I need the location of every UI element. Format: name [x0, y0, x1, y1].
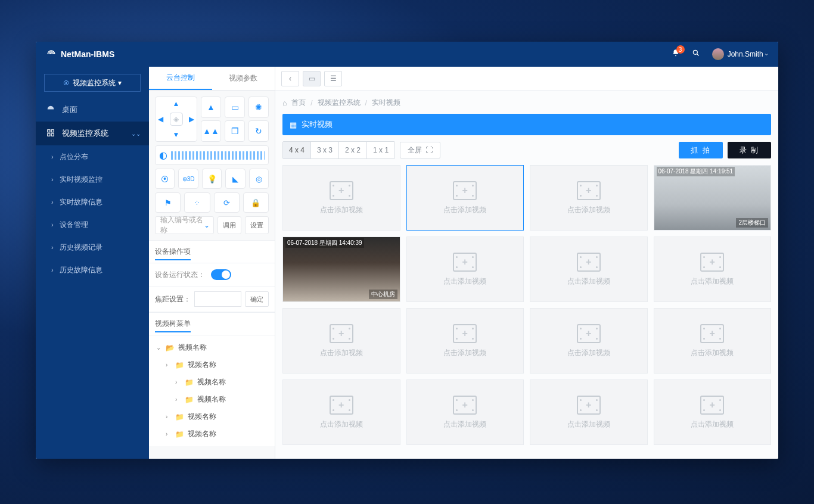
sidebar-sub-history-video[interactable]: 历史视频记录 [36, 236, 149, 259]
layout-1x1-button[interactable]: 1 x 1 [367, 142, 394, 158]
tree-section-title: 视频树菜单 [149, 312, 275, 335]
capture-button[interactable]: 抓 拍 [679, 142, 722, 158]
slider-track [171, 151, 265, 160]
focus-input[interactable] [194, 291, 241, 307]
video-slot[interactable]: +点击添加视频 [282, 165, 400, 231]
focus-confirm-button[interactable]: 确定 [245, 291, 269, 307]
screen-single-button[interactable]: ▭ [225, 97, 245, 118]
video-slot[interactable]: +点击添加视频 [654, 308, 772, 374]
video-slot[interactable]: +点击添加视频 [654, 237, 772, 302]
ptz-right[interactable]: ▶ [189, 115, 194, 123]
chevron-right-icon: › [166, 431, 172, 437]
video-feed[interactable]: 06-07-2018 星期四 14:40:39中心机房 [282, 237, 400, 302]
video-slot[interactable]: +点击添加视频 [282, 308, 400, 374]
patrol-button[interactable]: ⁘ [184, 192, 210, 213]
layout-3x3-button[interactable]: 3 x 3 [311, 142, 339, 158]
tree-node[interactable]: ⌄📂视频名称 [149, 339, 275, 356]
main-area: ‹ ▭ ☰ ⌂ 首页 / 视频监控系统 / 实时视频 ▦ 实时视频 [275, 67, 778, 459]
preset-set-button[interactable]: 设置 [245, 216, 269, 234]
iris-open-button[interactable]: ✺ [248, 97, 269, 118]
back-button[interactable]: ‹ [281, 71, 299, 86]
ptz-dpad: ▲ ▼ ◀ ▶ ◈ [155, 97, 197, 142]
svg-rect-3 [48, 133, 50, 136]
search-button[interactable] [692, 49, 700, 60]
video-slot[interactable]: +点击添加视频 [530, 379, 648, 445]
expand-icon: ⛶ [425, 146, 433, 154]
preset-select[interactable]: 输入编号或名称 [155, 216, 214, 234]
tree-node[interactable]: ›📁视频名称 [149, 408, 275, 425]
chevron-down-icon: ⌄⌄ [131, 130, 141, 137]
system-selector[interactable]: 视频监控系统 ▾ [44, 74, 141, 92]
sidebar-item-desktop[interactable]: 桌面 [36, 98, 149, 122]
breadcrumb-home[interactable]: 首页 [291, 98, 306, 108]
focus-button[interactable]: ⦿ [155, 169, 175, 189]
sidebar-sub-history-faults[interactable]: 历史故障信息 [36, 259, 149, 281]
sidebar-sub-realtime[interactable]: 实时视频监控 [36, 168, 149, 191]
breadcrumb-system[interactable]: 视频监控系统 [318, 98, 361, 108]
layout-2x2-button[interactable]: 2 x 2 [339, 142, 367, 158]
control-panel: 云台控制 视频参数 ▲ ▼ ◀ ▶ ◈ ▲ ▲▲ [149, 67, 275, 459]
tab-video-params[interactable]: 视频参数 [212, 67, 275, 90]
list-icon: ☰ [330, 74, 337, 83]
tree-node[interactable]: ›📁视频名称 [149, 391, 275, 408]
zoom-in-button[interactable]: ▲ [201, 97, 221, 118]
iris-close-button[interactable]: ↻ [248, 120, 269, 142]
tree-node[interactable]: ›📁视频名称 [149, 425, 275, 443]
video-slot[interactable]: +点击添加视频 [282, 379, 400, 445]
sidebar-sub-points[interactable]: 点位分布 [36, 145, 149, 168]
flag-button[interactable]: ⚑ [155, 192, 181, 213]
video-slot[interactable]: +点击添加视频 [530, 308, 648, 374]
video-slot[interactable]: +点击添加视频 [654, 379, 772, 445]
ptz-down[interactable]: ▼ [173, 130, 180, 139]
sidebar-sub-devices[interactable]: 设备管理 [36, 213, 149, 236]
tree-node[interactable]: ›📁视频名称 [149, 374, 275, 391]
view-list-button[interactable]: ☰ [324, 71, 342, 86]
wiper-button[interactable]: ◣ [225, 169, 245, 189]
speed-slider[interactable]: ◐ [155, 145, 269, 165]
chevron-right-icon: › [175, 396, 181, 403]
screen-multi-button[interactable]: ❐ [225, 120, 245, 142]
ptz-left[interactable]: ◀ [158, 115, 163, 123]
dashboard-icon [46, 105, 55, 115]
layout-4x4-button[interactable]: 4 x 4 [283, 142, 311, 158]
refresh-button[interactable]: ⟳ [214, 192, 240, 213]
video-slot[interactable]: +点击添加视频 [530, 237, 648, 302]
tree-node[interactable]: ›📁视频名称 [149, 356, 275, 374]
chevron-down-icon: ⌄ [156, 344, 162, 351]
light-button[interactable]: 💡 [202, 169, 222, 189]
video-feed[interactable]: 06-07-2018 星期四 14:19:512层楼梯口 [654, 165, 772, 231]
folder-open-icon: 📂 [166, 344, 175, 352]
ptz-home[interactable]: ◈ [170, 113, 183, 126]
ptz-up[interactable]: ▲ [173, 99, 180, 108]
svg-rect-1 [48, 129, 50, 132]
zoom-3d-button[interactable]: ⊕3D [178, 169, 198, 189]
grid-icon [46, 129, 55, 139]
svg-point-0 [693, 50, 697, 54]
video-slot[interactable]: +点击添加视频 [406, 165, 524, 231]
notifications-button[interactable]: 3 [672, 49, 680, 60]
video-slot[interactable]: +点击添加视频 [406, 379, 524, 445]
video-slot[interactable]: +点击添加视频 [406, 237, 524, 302]
target-button[interactable]: ◎ [249, 169, 269, 189]
breadcrumb: ⌂ 首页 / 视频监控系统 / 实时视频 [282, 98, 771, 108]
fullscreen-button[interactable]: 全屏 ⛶ [400, 142, 440, 158]
zoom-out-button[interactable]: ▲▲ [201, 120, 221, 142]
folder-icon: 📁 [175, 413, 184, 421]
home-icon[interactable]: ⌂ [282, 99, 287, 107]
user-menu[interactable]: John.Smith [712, 48, 768, 60]
tab-ptz-control[interactable]: 云台控制 [149, 67, 212, 90]
grid-icon: ▦ [290, 120, 297, 129]
preset-call-button[interactable]: 调用 [218, 216, 241, 234]
zoom-3d-icon: ⊕3D [182, 176, 195, 182]
video-grid: +点击添加视频 +点击添加视频 +点击添加视频 06-07-2018 星期四 1… [282, 165, 771, 445]
sidebar-item-video-system[interactable]: 视频监控系统 ⌄⌄ [36, 122, 149, 145]
device-state-toggle[interactable] [211, 269, 231, 280]
video-slot[interactable]: +点击添加视频 [406, 308, 524, 374]
lock-button[interactable]: 🔒 [243, 192, 269, 213]
bulb-icon: 💡 [207, 175, 217, 183]
view-thumb-button[interactable]: ▭ [303, 71, 321, 86]
sidebar-sub-faults[interactable]: 实时故障信息 [36, 191, 149, 213]
video-slot[interactable]: +点击添加视频 [530, 165, 648, 231]
record-button[interactable]: 录 制 [728, 142, 771, 158]
app-window: NetMan-IBMS 3 John.Smith 视频监控系统 ▾ [36, 42, 778, 459]
